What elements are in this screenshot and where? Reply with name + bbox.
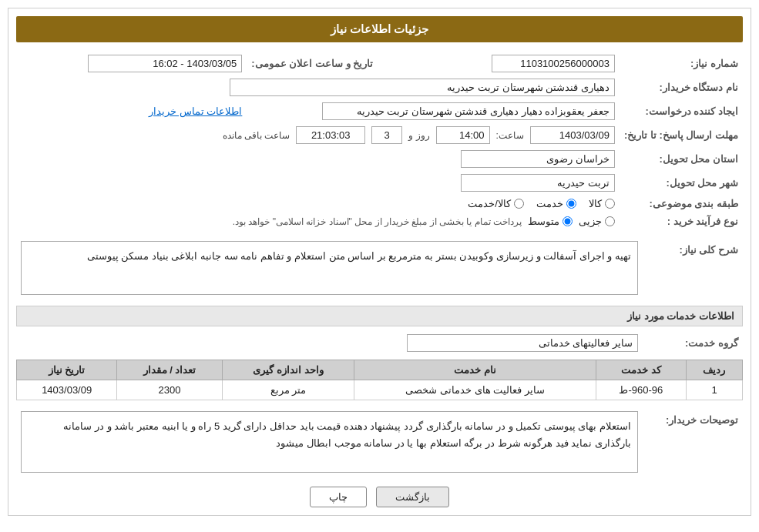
col-code: کد خدمت [596, 360, 686, 380]
page-title: جزئیات اطلاعات نیاز [16, 16, 743, 42]
purchase-type-motavasset[interactable]: متوسط [528, 216, 573, 227]
button-row: بازگشت چاپ [16, 487, 743, 507]
cell-code: 960-96-ط [596, 380, 686, 400]
cell-date: 1403/03/09 [17, 380, 117, 400]
cell-row: 1 [686, 380, 742, 400]
reply-deadline-label: مهلت ارسال پاسخ: تا تاریخ: [620, 123, 743, 147]
cell-unit: متر مربع [222, 380, 354, 400]
col-unit: واحد اندازه گیری [222, 360, 354, 380]
col-date: تاریخ نیاز [17, 360, 117, 380]
contact-link[interactable]: اطلاعات تماس خریدار [149, 105, 242, 117]
announcement-date-value: 1403/03/05 - 16:02 [88, 55, 242, 72]
need-number-label: شماره نیاز: [620, 52, 743, 75]
print-button[interactable]: چاپ [310, 487, 367, 507]
table-row: 1 960-96-ط سایر فعالیت های خدماتی شخصی م… [17, 380, 743, 400]
time-label: ساعت: [496, 130, 524, 141]
requester-value: جعفر یعقوبزاده دهیار دهیاری قندشتن شهرست… [322, 102, 615, 120]
buyer-desc-label: توصیحات خریدار: [643, 408, 743, 476]
delivery-province-label: استان محل تحویل: [620, 147, 743, 171]
announcement-date-label: تاریخ و ساعت اعلان عمومی: [247, 52, 378, 75]
cell-qty: 2300 [117, 380, 222, 400]
back-button[interactable]: بازگشت [376, 487, 449, 507]
purchase-type-label: نوع فرآیند خرید : [620, 212, 743, 230]
subject-type-kala-khedmat[interactable]: کالا/خدمت [468, 198, 524, 209]
delivery-city-value: تربت حیدریه [461, 174, 615, 192]
need-desc-text: تهیه و اجرای آسفالت و زیرسازی وکوبیدن بس… [21, 241, 638, 295]
buyer-org-value: دهیاری قندشتن شهرستان تربت حیدریه [230, 79, 615, 96]
service-info-header: اطلاعات خدمات مورد نیاز [16, 306, 743, 326]
reply-remain-value: 21:03:03 [296, 126, 365, 144]
subject-type-label: طبقه بندی موضوعی: [620, 195, 743, 212]
buyer-org-label: نام دستگاه خریدار: [620, 75, 743, 99]
days-label: روز و [408, 130, 429, 141]
remain-label: ساعت باقی مانده [223, 130, 291, 141]
subject-type-kala[interactable]: کالا [589, 198, 615, 209]
col-row: ردیف [686, 360, 742, 380]
need-number-value: 1103100256000003 [492, 55, 615, 72]
purchase-type-note: پرداخت تمام یا بخشی از مبلغ خریدار از مح… [233, 216, 522, 227]
buyer-desc-text: استعلام بهای پیوستی تکمیل و در سامانه با… [21, 411, 638, 473]
services-table: ردیف کد خدمت نام خدمت واحد اندازه گیری ت… [16, 360, 743, 400]
reply-time-value: 14:00 [436, 126, 490, 144]
requester-label: ایجاد کننده درخواست: [620, 99, 743, 123]
service-group-value: سایر فعالیتهای خدماتی [407, 334, 638, 352]
col-name: نام خدمت [354, 360, 596, 380]
subject-type-khedmat[interactable]: خدمت [536, 198, 576, 209]
delivery-city-label: شهر محل تحویل: [620, 171, 743, 195]
service-group-label: گروه خدمت: [643, 331, 743, 355]
need-desc-label: شرح کلی نیاز: [643, 238, 743, 298]
reply-date-value: 1403/03/09 [530, 126, 615, 144]
col-qty: تعداد / مقدار [117, 360, 222, 380]
reply-days-value: 3 [371, 126, 402, 144]
delivery-province-value: خراسان رضوی [461, 150, 615, 168]
cell-name: سایر فعالیت های خدماتی شخصی [354, 380, 596, 400]
purchase-type-jozi[interactable]: جزیی [579, 216, 615, 227]
